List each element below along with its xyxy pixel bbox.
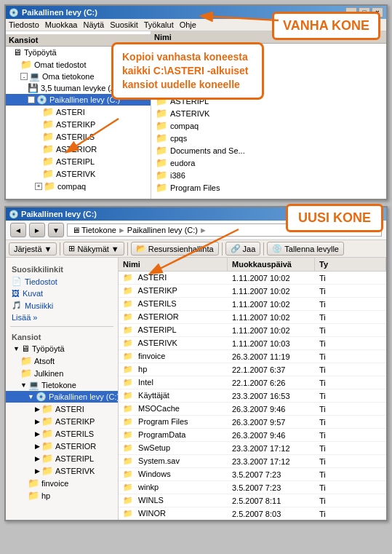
new-tree-asterivk[interactable]: ▶ 📁 ASTERIVK — [6, 464, 118, 477]
table-row[interactable]: 📁 WINLS 2.5.2007 8:11 Ti — [119, 494, 386, 507]
table-row[interactable]: 📁 winkp 3.5.2007 7:23 Ti — [119, 481, 386, 494]
toolbar-share[interactable]: 🔗 Jaa — [225, 242, 261, 256]
list-item[interactable]: 📁i386 — [153, 169, 385, 181]
menu-help[interactable]: Ohje — [180, 20, 196, 29]
table-row[interactable]: 📁 ASTERIKP 1.11.2007 10:02 Ti — [119, 285, 386, 298]
tree-item-asterior[interactable]: 📁 ASTERIOR — [6, 143, 151, 155]
page-wrapper: 💿 Paikallinen levy (C:) _ □ × Tiedosto M… — [0, 4, 392, 521]
col-name-header[interactable]: Nimi — [119, 258, 228, 271]
expand-asteripl-new[interactable]: ▶ — [35, 455, 40, 462]
list-item[interactable]: 📁ASTERIVK — [153, 107, 385, 119]
toolbar-burn[interactable]: 💿 Tallenna levylle — [267, 242, 344, 256]
new-tree-desktop[interactable]: ▼ 🖥 Työpöytä — [6, 343, 118, 355]
list-item[interactable]: 📁compaq — [153, 119, 385, 132]
menu-file[interactable]: Tiedosto — [9, 20, 39, 29]
menu-tools[interactable]: Työkalut — [144, 20, 174, 29]
table-row[interactable]: 📁 Windows 3.5.2007 7:23 Ti — [119, 468, 386, 481]
tree-item-asterikp[interactable]: 📁 ASTERIKP — [6, 118, 151, 130]
nav-link-music[interactable]: 🎵 Musiikki — [6, 299, 118, 312]
new-tree-asterikp[interactable]: ▶ 📁 ASTERIKP — [6, 415, 118, 427]
drive-c-icon-new: 💿 — [36, 392, 47, 402]
table-row[interactable]: 📁 WINOR 2.5.2007 8:03 Ti — [119, 507, 386, 520]
table-row[interactable]: 📁 ASTERIPL 1.11.2007 10:02 Ti — [119, 324, 386, 337]
new-tree-drive-c[interactable]: ▼ 💿 Paikallinen levy (C:) — [6, 391, 118, 403]
expand-asterikp-new[interactable]: ▶ — [35, 418, 40, 425]
views-icon: ⊞ — [68, 244, 75, 253]
tree-item-asterivk[interactable]: 📁 ASTERIVK — [6, 167, 151, 180]
expand-desktop[interactable]: ▼ — [13, 345, 20, 352]
col-name-header[interactable]: Nimi — [154, 33, 172, 41]
nav-link-pictures[interactable]: 🖼 Kuvat — [6, 288, 118, 299]
path-segment-2[interactable]: Paikallinen levy (C:) — [127, 226, 198, 234]
folder-asteri-new-icon: 📁 — [41, 403, 53, 414]
expand-asterils-new[interactable]: ▶ — [35, 430, 40, 438]
new-tree-hp[interactable]: 📁 hp — [6, 489, 118, 502]
table-row[interactable]: 📁 ASTERIVK 1.11.2007 10:03 Ti — [119, 337, 386, 350]
expand-asterior-new[interactable]: ▶ — [35, 443, 40, 450]
expand-asterivk-new[interactable]: ▶ — [35, 467, 40, 475]
tree-label-asteripl: ASTERIPL — [56, 157, 95, 166]
dropdown-button[interactable]: ▼ — [48, 223, 64, 237]
list-item[interactable]: 📁Program Files — [153, 181, 385, 194]
expand-asteri-new[interactable]: ▶ — [35, 405, 40, 413]
col-type-header[interactable]: Ty — [315, 258, 386, 271]
tree-label-asterior: ASTERIOR — [56, 145, 97, 154]
back-button[interactable]: ◄ — [10, 223, 26, 237]
menu-favorites[interactable]: Suosikit — [110, 20, 138, 29]
table-row[interactable]: 📁 MSOCache 26.3.2007 9:46 Ti — [119, 403, 386, 416]
folder-asterikp-new-icon: 📁 — [41, 416, 53, 427]
new-tree-asteripl[interactable]: ▶ 📁 ASTERIPL — [6, 452, 118, 464]
file-name-text: winkp — [138, 483, 159, 491]
table-row[interactable]: 📁 ASTERILS 1.11.2007 10:02 Ti — [119, 298, 386, 311]
new-tree-finvoice[interactable]: 📁 finvoice — [6, 477, 118, 489]
file-date-cell: 23.3.2007 17:12 — [228, 443, 315, 454]
expand-compaq[interactable]: + — [35, 183, 42, 190]
file-name-cell: 📁 ASTERIOR — [119, 312, 228, 322]
tree-item-asteripl[interactable]: 📁 ASTERIPL — [6, 155, 151, 167]
old-window-title: Paikallinen levy (C:) — [22, 8, 97, 17]
list-item[interactable]: 📁eudora — [153, 157, 385, 169]
new-tree-asterils[interactable]: ▶ 📁 ASTERILS — [6, 427, 118, 440]
new-tree-julkinen[interactable]: 📁 Julkinen — [6, 367, 118, 379]
new-tree-tietokone[interactable]: ▼ 💻 Tietokone — [6, 379, 118, 391]
tree-item-compaq[interactable]: + 📁 compaq — [6, 180, 151, 192]
expand-my-computer[interactable]: - — [20, 73, 28, 80]
expand-local-drive[interactable]: - — [28, 96, 35, 103]
expand-drive-c[interactable]: ▼ — [28, 393, 34, 400]
new-tree-label-asterikp: ASTERIKP — [55, 417, 95, 426]
new-files-panel: Nimi Muokkauspäivä Ty 📁 ASTERI 1.11.2007… — [119, 258, 386, 520]
col-date-header[interactable]: Muokkauspäivä — [228, 258, 315, 271]
new-tree-asterior[interactable]: ▶ 📁 ASTERIOR — [6, 440, 118, 452]
table-row[interactable]: 📁 ASTERIOR 1.11.2007 10:02 Ti — [119, 311, 386, 324]
new-tree-atsoft[interactable]: 📁 Atsoft — [6, 355, 118, 367]
file-type-cell: Ti — [315, 286, 386, 296]
menu-edit[interactable]: Muokkaa — [45, 20, 78, 29]
new-drive-icon: 💿 — [9, 210, 19, 218]
table-row[interactable]: 📁 Program Files 26.3.2007 9:57 Ti — [119, 416, 386, 429]
file-name-text: ASTERIKP — [137, 286, 177, 295]
table-row[interactable]: 📁 Intel 22.1.2007 6:26 Ti — [119, 376, 386, 389]
nav-link-files[interactable]: 📄 Tiedostot — [6, 275, 118, 288]
files-scroll-area[interactable]: 📁 ASTERI 1.11.2007 10:02 Ti 📁 ASTERIKP 1… — [119, 272, 386, 520]
list-item[interactable]: 📁Documents and Se... — [153, 144, 385, 157]
favorites-title: Suosikkilinkit — [6, 262, 118, 275]
forward-button[interactable]: ► — [29, 223, 45, 237]
tree-item-asterils[interactable]: 📁 ASTERILS — [6, 130, 151, 143]
toolbar-views[interactable]: ⊞ Näkymät ▼ — [63, 242, 124, 256]
path-segment-1[interactable]: Tietokone — [81, 226, 116, 234]
menu-view[interactable]: Näytä — [83, 20, 104, 29]
new-tree-asteri[interactable]: ▶ 📁 ASTERI — [6, 403, 118, 415]
table-row[interactable]: 📁 hp 22.1.2007 6:37 Ti — [119, 363, 386, 376]
table-row[interactable]: 📁 finvoice 26.3.2007 11:19 Ti — [119, 350, 386, 363]
table-row[interactable]: 📁 System.sav 23.3.2007 17:12 Ti — [119, 455, 386, 468]
table-row[interactable]: 📁 ASTERI 1.11.2007 10:02 Ti — [119, 272, 386, 285]
toolbar-arrange[interactable]: Järjestä ▼ — [9, 242, 57, 256]
expand-tietokone[interactable]: ▼ — [20, 381, 27, 389]
list-item[interactable]: 📁cpqs — [153, 132, 385, 144]
table-row[interactable]: 📁 ProgramData 26.3.2007 9:46 Ti — [119, 429, 386, 442]
table-row[interactable]: 📁 Käyttäjät 23.3.2007 16:53 Ti — [119, 389, 386, 403]
nav-more-link[interactable]: Lisää » — [6, 312, 118, 323]
toolbar-explorer[interactable]: 📂 Resurssienhallinta — [131, 242, 219, 256]
table-row[interactable]: 📁 SwSetup 23.3.2007 17:12 Ti — [119, 442, 386, 455]
tree-item-asteri[interactable]: 📁 ASTERI — [6, 106, 151, 118]
